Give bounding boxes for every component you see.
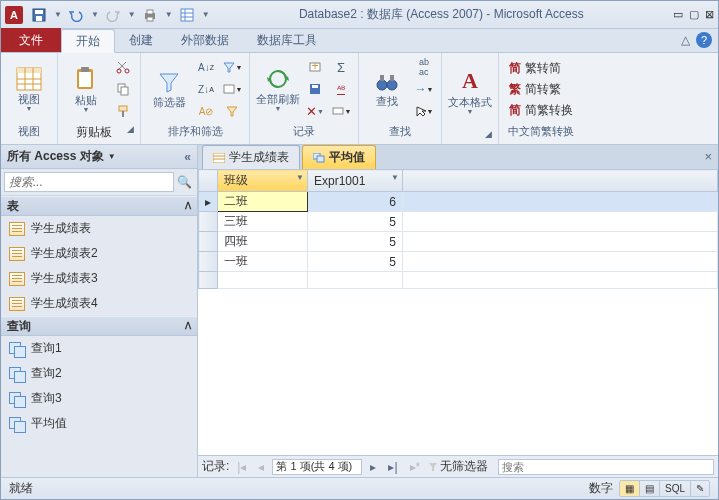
cell[interactable]: 四班 (218, 232, 308, 252)
goto-icon[interactable]: →▼ (413, 79, 435, 99)
nav-category-tables[interactable]: 表 ᐱ (1, 196, 197, 216)
row-selector[interactable] (199, 252, 218, 272)
totals-icon[interactable]: Σ (330, 57, 352, 77)
simp-to-trad-button[interactable]: 繁简转繁 (505, 80, 577, 99)
qat-redo-icon[interactable] (103, 5, 123, 25)
qat-undo-icon[interactable] (66, 5, 86, 25)
new-record-icon[interactable]: + (304, 57, 326, 77)
nav-item-table[interactable]: 学生成绩表2 (1, 241, 197, 266)
copy-icon[interactable] (112, 79, 134, 99)
record-position-input[interactable] (272, 459, 362, 475)
sort-desc-icon[interactable]: Z↓A (195, 79, 217, 99)
format-painter-icon[interactable] (112, 101, 134, 121)
nav-item-table[interactable]: 学生成绩表3 (1, 266, 197, 291)
ribbon-minimize-icon[interactable]: △ (681, 33, 690, 47)
qat-datasheet-icon[interactable] (177, 5, 197, 25)
maximize-button[interactable]: ▢ (689, 8, 699, 21)
sql-view-icon[interactable]: SQL (660, 481, 691, 496)
record-search-input[interactable] (498, 459, 714, 475)
new-record-indicator[interactable] (199, 272, 218, 289)
chevron-down-icon[interactable]: ▼ (54, 10, 62, 19)
collapse-pane-icon[interactable]: « (184, 150, 191, 164)
close-button[interactable]: ⊠ (705, 8, 714, 21)
select-all-header[interactable] (199, 170, 218, 192)
column-header[interactable]: Expr1001▼ (308, 170, 403, 192)
table-row[interactable]: 三班 5 (199, 212, 718, 232)
chinese-convert-button[interactable]: 简简繁转换 (505, 101, 577, 120)
replace-icon[interactable]: abac (413, 57, 435, 77)
new-record-nav-button[interactable]: ▸* (406, 460, 425, 474)
save-record-icon[interactable] (304, 79, 326, 99)
more-records-icon[interactable]: ▼ (330, 101, 352, 121)
find-button[interactable]: 查找 (365, 56, 409, 122)
dialog-launcher-icon[interactable]: ◢ (485, 129, 492, 139)
table-row[interactable]: 一班 5 (199, 252, 718, 272)
help-icon[interactable]: ? (696, 32, 712, 48)
filter-button[interactable]: 筛选器 (147, 56, 191, 122)
ribbon-tab-home[interactable]: 开始 (61, 29, 115, 53)
nav-pane-header[interactable]: 所有 Access 对象 ▼ « (1, 145, 197, 169)
cell[interactable]: 5 (308, 232, 403, 252)
table-row[interactable]: ▸ 二班 6 (199, 192, 718, 212)
column-dropdown-icon[interactable]: ▼ (391, 173, 399, 182)
cut-icon[interactable] (112, 57, 134, 77)
new-record-row[interactable] (199, 272, 718, 289)
first-record-button[interactable]: |◂ (233, 460, 250, 474)
nav-item-query[interactable]: 查询1 (1, 336, 197, 361)
close-tab-icon[interactable]: × (704, 149, 712, 164)
nav-item-query[interactable]: 平均值 (1, 411, 197, 436)
column-header[interactable]: 班级▼ (218, 170, 308, 192)
file-tab[interactable]: 文件 (1, 28, 61, 52)
cell[interactable]: 5 (308, 252, 403, 272)
row-selector[interactable]: ▸ (199, 192, 218, 212)
search-input[interactable] (4, 172, 174, 192)
qat-save-icon[interactable] (29, 5, 49, 25)
cell[interactable]: 5 (308, 212, 403, 232)
cell[interactable]: 一班 (218, 252, 308, 272)
minimize-button[interactable]: ▭ (673, 8, 683, 21)
refresh-all-button[interactable]: 全部刷新 ▼ (256, 56, 300, 122)
nav-item-table[interactable]: 学生成绩表4 (1, 291, 197, 316)
toggle-filter-icon[interactable] (221, 101, 243, 121)
chevron-down-icon[interactable]: ▼ (128, 10, 136, 19)
nav-category-queries[interactable]: 查询 ᐱ (1, 316, 197, 336)
chevron-down-icon[interactable]: ▼ (165, 10, 173, 19)
search-icon[interactable]: 🔍 (174, 172, 194, 192)
paste-button[interactable]: 粘贴 ▼ (64, 56, 108, 122)
table-row[interactable]: 四班 5 (199, 232, 718, 252)
cell[interactable]: 6 (308, 192, 403, 212)
trad-to-simp-button[interactable]: 简繁转简 (505, 59, 577, 78)
nav-item-table[interactable]: 学生成绩表 (1, 216, 197, 241)
nav-item-query[interactable]: 查询2 (1, 361, 197, 386)
pivot-view-icon[interactable]: ▤ (640, 481, 660, 496)
cell[interactable] (308, 272, 403, 289)
clear-sort-icon[interactable]: A⊘ (195, 101, 217, 121)
delete-record-icon[interactable]: ✕▼ (304, 101, 326, 121)
datasheet-view-icon[interactable]: ▦ (620, 481, 640, 496)
text-format-button[interactable]: A 文本格式 ▼ (448, 59, 492, 125)
doc-tab-table[interactable]: 学生成绩表 (202, 145, 300, 169)
advanced-filter-icon[interactable]: ▼ (221, 79, 243, 99)
dialog-launcher-icon[interactable]: ◢ (127, 124, 134, 134)
datasheet-grid[interactable]: 班级▼ Expr1001▼ ▸ 二班 6 三班 5 (198, 169, 718, 455)
design-view-icon[interactable]: ✎ (691, 481, 709, 496)
doc-tab-query[interactable]: 平均值 (302, 145, 376, 169)
chevron-down-icon[interactable]: ▼ (91, 10, 99, 19)
selection-filter-icon[interactable]: ▼ (221, 57, 243, 77)
spelling-icon[interactable]: ᴬᴮ (330, 79, 352, 99)
chevron-down-icon[interactable]: ▼ (108, 152, 116, 161)
ribbon-tab-dbtools[interactable]: 数据库工具 (243, 28, 331, 52)
ribbon-tab-create[interactable]: 创建 (115, 28, 167, 52)
last-record-button[interactable]: ▸| (384, 460, 401, 474)
cell[interactable]: 二班 (218, 192, 308, 212)
select-icon[interactable]: ▼ (413, 101, 435, 121)
row-selector[interactable] (199, 212, 218, 232)
cell[interactable]: 三班 (218, 212, 308, 232)
view-button[interactable]: 视图 ▼ (7, 56, 51, 122)
chevron-down-icon[interactable]: ▼ (202, 10, 210, 19)
next-record-button[interactable]: ▸ (366, 460, 380, 474)
row-selector[interactable] (199, 232, 218, 252)
column-dropdown-icon[interactable]: ▼ (296, 173, 304, 182)
prev-record-button[interactable]: ◂ (254, 460, 268, 474)
qat-print-icon[interactable] (140, 5, 160, 25)
